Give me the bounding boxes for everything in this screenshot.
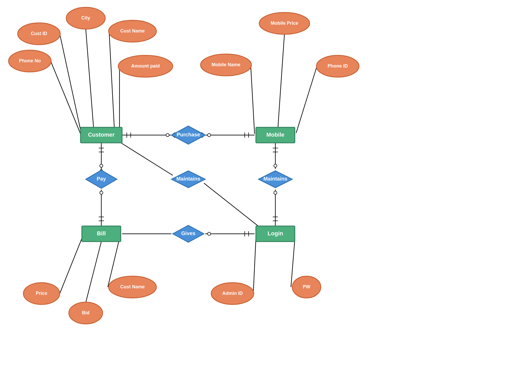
svg-text:Bid: Bid xyxy=(82,310,90,315)
svg-text:Mobile: Mobile xyxy=(266,131,284,138)
svg-line-1 xyxy=(86,29,94,127)
svg-text:Maintains: Maintains xyxy=(263,176,287,182)
svg-line-18 xyxy=(204,183,260,227)
svg-point-32 xyxy=(100,191,103,194)
svg-point-26 xyxy=(208,134,211,137)
svg-line-2 xyxy=(109,31,114,128)
svg-text:Gives: Gives xyxy=(181,230,195,236)
svg-point-40 xyxy=(274,164,277,167)
svg-line-7 xyxy=(296,66,317,133)
svg-text:Price: Price xyxy=(36,291,47,296)
svg-line-3 xyxy=(51,61,81,134)
svg-line-5 xyxy=(278,34,284,127)
svg-text:Cust ID: Cust ID xyxy=(31,31,47,36)
svg-line-0 xyxy=(60,34,81,130)
svg-text:Maintains: Maintains xyxy=(176,176,200,182)
svg-text:Mobile Name: Mobile Name xyxy=(211,62,240,67)
svg-text:Bill: Bill xyxy=(97,230,106,237)
svg-point-35 xyxy=(208,232,211,235)
svg-text:Purchase: Purchase xyxy=(177,132,200,137)
svg-text:Pay: Pay xyxy=(97,176,106,182)
svg-line-11 xyxy=(253,239,256,294)
svg-text:Mobile Price: Mobile Price xyxy=(271,21,298,26)
er-diagram-svg: CustomerMobileBillLoginPurchasePayMainta… xyxy=(0,0,532,392)
svg-text:Phone ID: Phone ID xyxy=(328,63,348,69)
svg-text:Amount paid: Amount paid xyxy=(131,63,160,69)
svg-point-41 xyxy=(274,191,277,194)
svg-line-10 xyxy=(86,242,101,303)
svg-text:Cust Name: Cust Name xyxy=(120,28,145,34)
svg-text:Cust Name: Cust Name xyxy=(120,284,145,289)
er-diagram: CustomerMobileBillLoginPurchasePayMainta… xyxy=(0,0,532,392)
svg-line-8 xyxy=(60,238,82,294)
svg-line-6 xyxy=(251,65,255,134)
svg-line-17 xyxy=(117,140,173,175)
svg-point-25 xyxy=(166,134,169,137)
svg-text:Phone No: Phone No xyxy=(19,58,41,63)
svg-text:Login: Login xyxy=(268,230,283,237)
svg-text:PW: PW xyxy=(303,284,310,289)
svg-text:Admin ID: Admin ID xyxy=(222,291,243,296)
svg-text:City: City xyxy=(81,15,90,21)
svg-point-31 xyxy=(100,164,103,167)
svg-line-12 xyxy=(291,239,295,287)
svg-text:Customer: Customer xyxy=(88,131,115,138)
